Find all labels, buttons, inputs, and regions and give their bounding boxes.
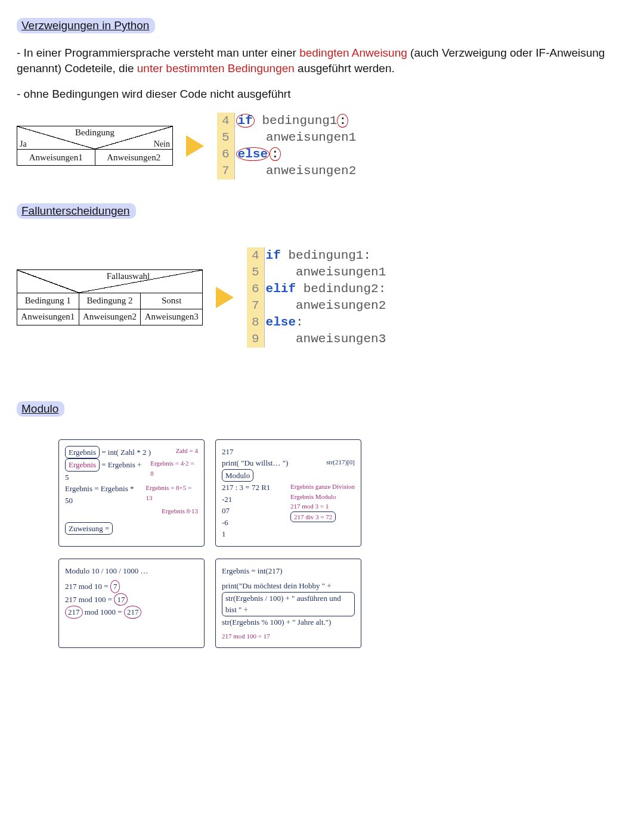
text: mod 10 = xyxy=(77,582,110,591)
colon-circled: : xyxy=(270,147,281,161)
text: 217 : 3 = 72 R1 xyxy=(222,482,270,494)
structogram-if: Bedingung Ja Nein Anweisungen1 Anweisung… xyxy=(17,126,173,166)
lineno: 8 xyxy=(252,314,259,331)
side-note: Ergebnis = 4·2 = 8 xyxy=(150,458,198,483)
diag2-a2: Anweisungen2 xyxy=(79,309,141,325)
intro-paragraph-2: - ohne Bedingungen wird dieser Code nich… xyxy=(17,86,627,102)
text: = int( Zahl * 2 ) xyxy=(100,448,151,457)
heading-modulo: Modulo xyxy=(17,401,64,417)
kw-else: else xyxy=(266,315,296,329)
text: mod 100 = xyxy=(77,595,114,604)
side-note: Zahl = 4 xyxy=(176,446,198,459)
code-text: anweisungen2 xyxy=(236,163,357,179)
lineno: 5 xyxy=(222,129,230,146)
code-text: anweisungen1 xyxy=(266,264,386,281)
code-body: if bedingung1: anweisungen1 else: anweis… xyxy=(235,113,357,179)
code-text: bedindung2: xyxy=(296,282,386,296)
diag2-c2: Bedingung 2 xyxy=(79,293,141,309)
side-note: Ergebnis = 8+5 = 13 xyxy=(145,483,198,506)
line-gutter: 4 5 6 7 8 9 xyxy=(247,247,265,348)
diag1-right: Anweisungen2 xyxy=(95,150,173,166)
ring: 217 xyxy=(124,606,142,619)
text: Ergebnis = Ergebnis * 50 xyxy=(65,483,141,506)
lineno: 5 xyxy=(252,264,259,281)
ring: 217 xyxy=(65,606,83,619)
code-if-else: 4 5 6 7 if bedingung1: anweisungen1 else… xyxy=(217,113,356,179)
hand-box-4: Ergebnis = int(217) print("Du möchtest d… xyxy=(215,559,361,648)
pill: Ergebnis xyxy=(65,458,100,472)
lineno: 6 xyxy=(222,146,230,163)
code-text: : xyxy=(296,315,304,329)
code-text: anweisungen2 xyxy=(266,297,386,314)
red-text-2: unter bestimmten Bedingungen xyxy=(137,62,295,75)
arrow-icon xyxy=(216,287,234,308)
side-note: Ergebnis ganze Division xyxy=(290,482,355,492)
handwritten-grid: Ergebnis = int( Zahl * 2 ) Zahl = 4 Erge… xyxy=(58,439,627,648)
side-note: Ergebnis Modulo xyxy=(290,492,355,502)
text: print( "Du willst… ") xyxy=(222,457,288,469)
text: -21 xyxy=(222,494,270,506)
text: 217 xyxy=(65,582,77,591)
text: 217 xyxy=(222,446,355,458)
text: 217 xyxy=(65,595,77,604)
text: str(Ergebnis % 100) + " Jahre alt.") xyxy=(222,616,355,628)
pill: Ergebnis xyxy=(65,446,100,459)
ring: 7 xyxy=(110,580,120,593)
red-text-1: bedingten Anweisung xyxy=(299,46,407,59)
text: mod 1000 = xyxy=(83,607,124,616)
kw-else: else xyxy=(236,147,270,161)
text: 07 xyxy=(222,505,270,517)
text: Ergebnis = int(217) xyxy=(222,565,355,577)
diag1-no: Nein xyxy=(154,139,170,149)
lineno: 6 xyxy=(252,281,259,297)
hand-box-2: 217 print( "Du willst… ") str(217)[0] Mo… xyxy=(215,439,361,547)
lineno: 7 xyxy=(222,163,230,179)
text: -6 xyxy=(222,517,270,529)
text: ausgeführt werden. xyxy=(295,62,395,75)
diag1-title: Bedingung xyxy=(17,128,172,138)
side-note: 217 mod 3 = 1 xyxy=(290,501,355,511)
text: 1 xyxy=(222,528,270,540)
code-elif: 4 5 6 7 8 9 if bedingung1: anweisungen1 … xyxy=(247,247,386,348)
intro-paragraph-1: - In einer Programmiersprache versteht m… xyxy=(17,45,627,76)
pill: Modulo xyxy=(222,469,253,482)
if-else-row: Bedingung Ja Nein Anweisungen1 Anweisung… xyxy=(17,113,627,179)
elif-row: Fallauswahl Bedingung 1 Bedingung 2 Sons… xyxy=(17,247,627,348)
diag2-a3: Anweisungen3 xyxy=(141,309,203,325)
diag2-title: Fallauswahl xyxy=(54,271,202,281)
lineno: 9 xyxy=(252,331,259,348)
code-text: anweisungen3 xyxy=(266,331,386,348)
pill: 217 div 3 = 72 xyxy=(290,511,336,523)
code-text: bedingung1: xyxy=(281,249,371,262)
lineno: 7 xyxy=(252,297,259,314)
hand-box-1: Ergebnis = int( Zahl * 2 ) Zahl = 4 Erge… xyxy=(58,439,205,547)
kw-elif: elif xyxy=(266,282,296,296)
lineno: 4 xyxy=(252,247,259,264)
text: - In einer Programmiersprache versteht m… xyxy=(17,46,299,59)
code-body: if bedingung1: anweisungen1 elif bedindu… xyxy=(265,247,386,348)
colon-circled: : xyxy=(337,114,348,128)
heading-fallunterscheidungen: Fallunterscheidungen xyxy=(17,203,136,219)
side-note: Ergebnis 8·13 xyxy=(162,506,198,516)
lineno: 4 xyxy=(222,113,230,129)
code-text: bedingung1 xyxy=(255,114,338,128)
structogram-elif: Fallauswahl Bedingung 1 Bedingung 2 Sons… xyxy=(17,269,203,325)
kw-if: if xyxy=(236,114,255,128)
diag1-left: Anweisungen1 xyxy=(17,150,95,166)
diag2-c1: Bedingung 1 xyxy=(17,293,79,309)
text: print("Du möchtest dein Hobby " + xyxy=(222,580,355,592)
text: str(217)[0] xyxy=(326,457,355,469)
pill: str(Ergebnis / 100) + " ausführen und bi… xyxy=(222,592,355,616)
diag2-c3: Sonst xyxy=(141,293,203,309)
code-text: anweisungen1 xyxy=(236,129,357,146)
pill: Zuweisung = xyxy=(65,522,113,535)
arrow-icon xyxy=(186,135,204,157)
heading-verzweigungen: Verzweigungen in Python xyxy=(17,18,155,33)
diag2-a1: Anweisungen1 xyxy=(17,309,79,325)
hand-box-3: Modulo 10 / 100 / 1000 … 217 mod 10 = 7 … xyxy=(58,559,205,648)
text: Modulo 10 / 100 / 1000 … xyxy=(65,565,198,577)
kw-if: if xyxy=(266,249,281,262)
diag1-yes: Ja xyxy=(20,139,27,149)
side-note: 217 mod 100 = 17 xyxy=(222,631,355,641)
line-gutter: 4 5 6 7 xyxy=(217,113,235,179)
